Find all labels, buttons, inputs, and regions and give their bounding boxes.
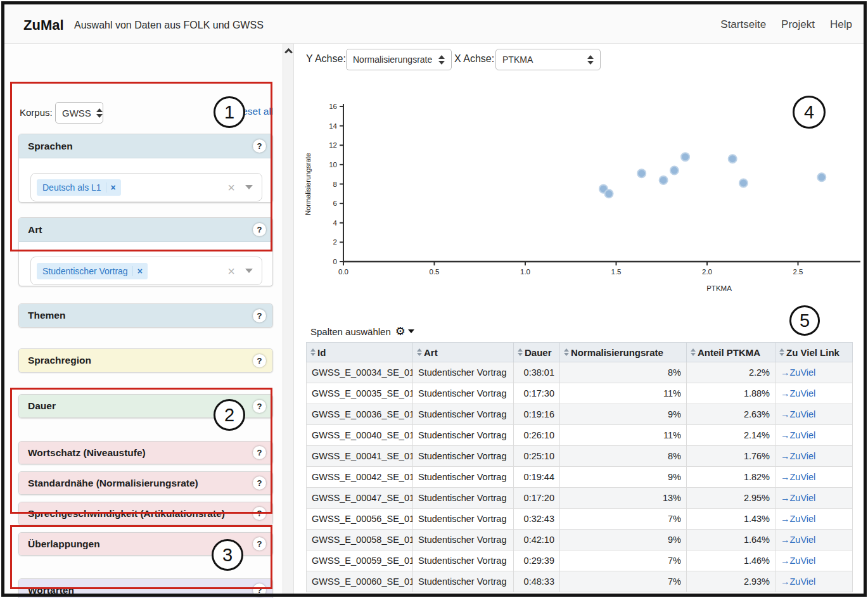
scroll-up-arrow-icon[interactable] xyxy=(284,48,293,56)
select-updown-icon xyxy=(438,55,445,65)
help-button-dauer[interactable]: ? xyxy=(253,400,266,413)
column-header-link[interactable]: Zu Viel Link xyxy=(775,343,853,362)
scatter-point[interactable] xyxy=(670,167,679,175)
help-button-sprachregion[interactable]: ? xyxy=(253,354,266,367)
cell-dauer: 0:17:20 xyxy=(514,488,560,509)
column-header-dauer[interactable]: Dauer xyxy=(514,343,560,362)
top-navigation: Startseite Projekt Help xyxy=(720,18,852,31)
filter-panel-themen: Themen? xyxy=(18,303,273,328)
cell-anteil_ptkma: 2.93% xyxy=(687,571,775,592)
y-axis-select[interactable]: Normalisierungsrate xyxy=(346,49,452,70)
multiselect-art[interactable]: Studentischer Vortrag×× xyxy=(30,257,262,285)
nav-projekt[interactable]: Projekt xyxy=(781,18,815,31)
scatter-point[interactable] xyxy=(817,173,826,181)
cell-link: →ZuViel xyxy=(775,362,853,383)
cell-art: Studentischer Vortrag xyxy=(413,446,514,467)
zuviel-link[interactable]: →ZuViel xyxy=(781,556,815,566)
cell-anteil_ptkma: 1.82% xyxy=(687,467,775,488)
table-row: GWSS_E_00047_SE_01Studentischer Vortrag0… xyxy=(307,488,853,509)
clear-selection-icon[interactable]: × xyxy=(227,181,235,194)
table-row: GWSS_E_00060_SE_01Studentischer Vortrag0… xyxy=(307,571,853,592)
zuviel-link[interactable]: →ZuViel xyxy=(781,430,815,440)
table-row: GWSS_E_00042_SE_01Studentischer Vortrag0… xyxy=(307,467,853,488)
cell-normalisierungsrate: 8% xyxy=(560,362,687,383)
y-axis-select-label: Y Achse: xyxy=(306,53,346,65)
zuviel-link[interactable]: →ZuViel xyxy=(781,367,815,378)
filter-panel-standardnaehe-normalisierungsrate: Standardnähe (Normalisierungsrate)? xyxy=(18,471,273,495)
y-tick-label: 14 xyxy=(329,122,337,130)
remove-tag-icon[interactable]: × xyxy=(106,182,121,193)
column-header-label: Dauer xyxy=(525,347,552,358)
column-chooser-label: Spalten auswählen xyxy=(310,326,391,337)
gear-icon[interactable]: ⚙ xyxy=(395,324,405,338)
scatter-point[interactable] xyxy=(681,153,689,161)
panel-header-sprachen[interactable]: Sprachen? xyxy=(19,134,272,158)
scatter-point[interactable] xyxy=(637,169,646,177)
panel-title-dauer: Dauer xyxy=(28,400,56,412)
help-button-standardnaehe-normalisierungsrate[interactable]: ? xyxy=(253,476,266,490)
help-button-themen[interactable]: ? xyxy=(253,309,266,322)
help-button-wortschatz-niveaustufe[interactable]: ? xyxy=(253,446,266,459)
chevron-down-icon[interactable] xyxy=(408,329,414,333)
help-button-sprachen[interactable]: ? xyxy=(253,139,266,153)
cell-art: Studentischer Vortrag xyxy=(413,530,514,550)
panel-header-wortschatz-niveaustufe[interactable]: Wortschatz (Niveaustufe)? xyxy=(19,442,272,464)
panel-header-themen[interactable]: Themen? xyxy=(19,304,272,327)
help-button-art[interactable]: ? xyxy=(253,223,266,236)
cell-art: Studentischer Vortrag xyxy=(413,425,514,446)
column-header-id[interactable]: Id xyxy=(307,343,413,362)
zuviel-link[interactable]: →ZuViel xyxy=(781,535,815,545)
cell-link: →ZuViel xyxy=(775,425,853,446)
dropdown-caret-icon[interactable] xyxy=(245,269,253,273)
zuviel-link[interactable]: →ZuViel xyxy=(781,493,815,503)
nav-startseite[interactable]: Startseite xyxy=(720,18,766,31)
results-table: IdArtDauerNormalisierungsrateAnteil PTKM… xyxy=(306,342,853,592)
scatter-point[interactable] xyxy=(605,189,613,198)
panel-header-sprachregion[interactable]: Sprachregion? xyxy=(19,349,272,372)
nav-help[interactable]: Help xyxy=(830,18,852,31)
remove-tag-icon[interactable]: × xyxy=(132,266,148,276)
zuviel-link[interactable]: →ZuViel xyxy=(781,409,815,419)
help-button-ueberlappungen[interactable]: ? xyxy=(253,537,266,550)
cell-dauer: 0:48:33 xyxy=(514,571,560,592)
panel-header-standardnaehe-normalisierungsrate[interactable]: Standardnähe (Normalisierungsrate)? xyxy=(19,472,272,494)
y-tick-label: 10 xyxy=(329,161,337,169)
cell-art: Studentischer Vortrag xyxy=(413,362,514,383)
cell-id: GWSS_E_00059_SE_01 xyxy=(307,550,413,571)
multiselect-sprachen[interactable]: Deutsch als L1×× xyxy=(30,173,262,201)
scatter-point[interactable] xyxy=(660,176,668,184)
cell-normalisierungsrate: 7% xyxy=(560,571,687,592)
panel-header-wortarten[interactable]: Wortarten? xyxy=(19,579,272,598)
zuviel-link[interactable]: →ZuViel xyxy=(781,388,815,398)
help-button-sprechgeschwindigkeit-artikulationsrate[interactable]: ? xyxy=(253,507,266,520)
cell-art: Studentischer Vortrag xyxy=(413,550,514,571)
annotation-circle-5: 5 xyxy=(789,305,820,336)
panel-header-art[interactable]: Art? xyxy=(19,218,272,242)
column-header-normalisierungsrate[interactable]: Normalisierungsrate xyxy=(560,343,687,362)
korpus-select[interactable]: GWSS xyxy=(55,102,103,124)
column-header-anteil_ptkma[interactable]: Anteil PTKMA xyxy=(687,343,775,362)
zuviel-link[interactable]: →ZuViel xyxy=(781,514,815,524)
scatter-point[interactable] xyxy=(729,155,737,163)
column-header-art[interactable]: Art xyxy=(413,343,514,362)
x-axis-select[interactable]: PTKMA xyxy=(495,49,601,70)
panel-header-sprechgeschwindigkeit-artikulationsrate[interactable]: Sprechgeschwindigkeit (Artikulationsrate… xyxy=(19,502,272,525)
help-button-wortarten[interactable]: ? xyxy=(253,583,266,597)
selected-tag: Studentischer Vortrag× xyxy=(37,263,148,279)
cell-anteil_ptkma: 1.76% xyxy=(687,446,775,467)
cell-dauer: 0:25:10 xyxy=(514,446,560,467)
selected-tag-label: Studentischer Vortrag xyxy=(42,266,128,276)
y-tick-label: 6 xyxy=(333,200,337,207)
dropdown-caret-icon[interactable] xyxy=(245,185,253,189)
zuviel-link[interactable]: →ZuViel xyxy=(781,576,815,587)
scatter-point[interactable] xyxy=(739,179,748,187)
column-header-label: Art xyxy=(424,347,438,358)
table-toolbar: Spalten auswählen ⚙ xyxy=(310,324,414,338)
clear-selection-icon[interactable]: × xyxy=(227,265,235,277)
zuviel-link[interactable]: →ZuViel xyxy=(781,451,815,461)
cell-normalisierungsrate: 11% xyxy=(560,425,687,446)
cell-id: GWSS_E_00042_SE_01 xyxy=(307,467,413,488)
cell-normalisierungsrate: 9% xyxy=(560,530,687,550)
zuviel-link[interactable]: →ZuViel xyxy=(781,472,815,482)
sidebar-scrollbar[interactable] xyxy=(283,44,294,594)
